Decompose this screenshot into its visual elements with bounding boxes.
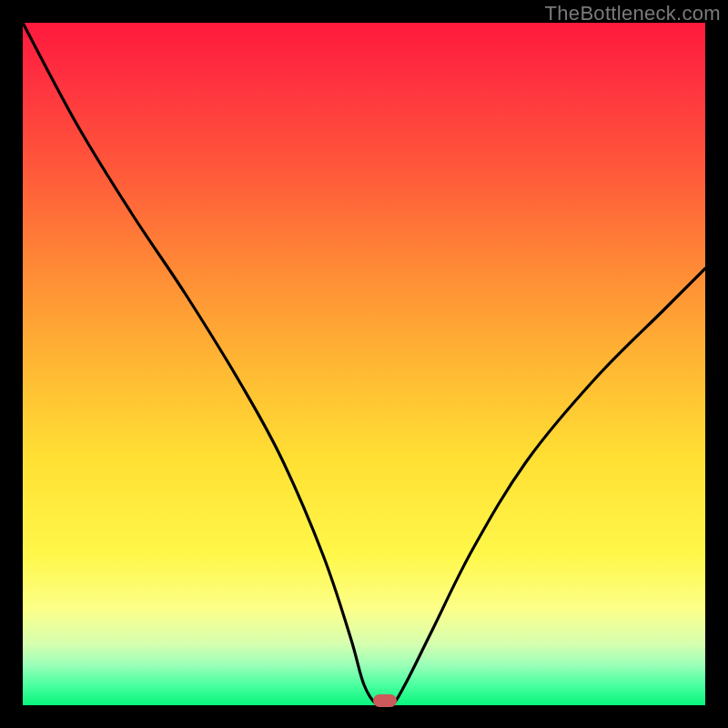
chart-frame: TheBottleneck.com	[0, 0, 728, 728]
minimum-marker	[373, 694, 397, 707]
bottleneck-curve	[23, 23, 705, 705]
plot-area	[23, 23, 705, 705]
watermark-text: TheBottleneck.com	[545, 2, 721, 25]
